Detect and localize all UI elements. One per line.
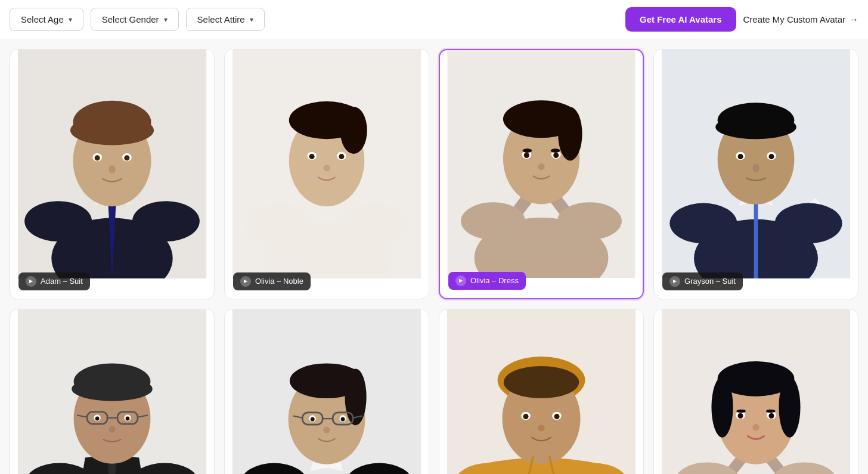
svg-point-130	[752, 424, 759, 430]
svg-point-109	[554, 414, 559, 419]
chevron-down-icon: ▾	[164, 16, 168, 24]
svg-point-78	[108, 426, 115, 432]
avatar-name: Olivia – Noble	[255, 277, 303, 286]
avatar-card-amelia-noble[interactable]: ▶Amelia – Noble	[653, 309, 858, 475]
svg-point-128	[736, 409, 746, 413]
avatar-label-olivia-dress: ▶Olivia – Dress	[448, 272, 526, 290]
avatar-label-grayson-suit: ▶Grayson – Suit	[662, 272, 743, 290]
svg-point-43	[461, 202, 525, 240]
avatar-card-olivia-dress[interactable]: ▶Olivia – Dress	[439, 49, 644, 299]
svg-point-127	[768, 413, 774, 418]
svg-point-14	[132, 201, 200, 241]
svg-point-110	[538, 425, 544, 431]
arrow-right-icon: →	[849, 14, 858, 25]
avatar-image-olivia-noble	[225, 49, 429, 299]
chevron-down-icon: ▾	[250, 16, 253, 24]
svg-point-54	[737, 154, 743, 159]
svg-point-75	[95, 416, 100, 420]
svg-point-11	[124, 155, 129, 160]
svg-point-22	[309, 154, 315, 159]
get-free-avatars-button[interactable]: Get Free AI Avatars	[625, 7, 736, 32]
svg-point-41	[551, 148, 560, 153]
avatar-card-adam-sports[interactable]: ▶Adam – Sports	[439, 309, 644, 475]
svg-point-39	[553, 153, 559, 158]
gender-dropdown[interactable]: Select Gender ▾	[91, 8, 179, 31]
toolbar: Select Age ▾ Select Gender ▾ Select Atti…	[0, 0, 868, 39]
svg-point-26	[244, 203, 314, 246]
avatar-name: Olivia – Dress	[470, 276, 519, 285]
avatar-image-amelia-noble	[654, 309, 858, 475]
svg-point-125	[737, 413, 743, 418]
play-icon: ▶	[455, 275, 466, 286]
svg-point-52	[715, 115, 796, 140]
svg-point-44	[557, 202, 622, 240]
svg-point-105	[504, 365, 579, 398]
avatar-image-olivia-dress	[440, 50, 643, 298]
svg-point-56	[768, 154, 774, 159]
avatar-card-grayson-suit[interactable]: ▶Grayson – Suit	[653, 49, 858, 299]
svg-point-9	[95, 155, 100, 160]
avatar-label-adam-suit: ▶Adam – Suit	[18, 272, 90, 290]
avatar-image-adam-suit	[10, 49, 214, 299]
avatar-grid: ▶Adam – Suit ▶Olivia – Noble	[0, 39, 868, 474]
svg-point-96	[341, 417, 345, 421]
svg-point-35	[558, 107, 582, 161]
svg-point-12	[108, 165, 115, 174]
svg-point-123	[779, 376, 800, 437]
svg-point-77	[126, 416, 130, 420]
svg-point-68	[72, 376, 153, 401]
svg-point-7	[70, 116, 154, 145]
avatar-image-hannah-teacher	[225, 309, 429, 475]
svg-point-25	[323, 165, 330, 171]
svg-point-122	[711, 376, 733, 437]
svg-point-94	[311, 417, 315, 421]
avatar-card-hannah-teacher[interactable]: ▶Hannah – Teacher	[224, 309, 429, 475]
svg-point-27	[339, 203, 408, 246]
svg-point-37	[524, 153, 529, 158]
svg-point-13	[24, 201, 92, 241]
avatar-name: Grayson – Suit	[684, 277, 736, 286]
svg-point-42	[538, 163, 544, 170]
svg-point-57	[752, 164, 759, 172]
svg-point-97	[323, 426, 330, 433]
create-custom-avatar-link[interactable]: Create My Custom Avatar →	[743, 14, 858, 25]
svg-point-24	[339, 154, 344, 159]
avatar-card-adam-suit[interactable]: ▶Adam – Suit	[10, 49, 215, 299]
svg-point-20	[340, 107, 367, 154]
avatar-image-grayson-suit	[654, 49, 858, 299]
avatar-name: Adam – Suit	[41, 277, 83, 286]
attire-dropdown[interactable]: Select Attire ▾	[186, 8, 265, 31]
avatar-image-charles-teacher	[10, 309, 214, 475]
svg-point-107	[523, 414, 528, 419]
gender-label: Select Gender	[102, 14, 159, 24]
avatar-label-olivia-noble: ▶Olivia – Noble	[233, 272, 311, 290]
svg-point-60	[775, 203, 842, 244]
age-label: Select Age	[21, 14, 64, 24]
chevron-down-icon: ▾	[69, 16, 72, 24]
svg-point-129	[766, 409, 776, 413]
play-icon: ▶	[26, 276, 36, 287]
age-dropdown[interactable]: Select Age ▾	[10, 8, 83, 31]
play-icon: ▶	[240, 276, 251, 287]
play-icon: ▶	[669, 276, 680, 287]
attire-label: Select Attire	[197, 14, 245, 24]
avatar-card-charles-teacher[interactable]: ▶Charles – Teacher	[10, 309, 215, 475]
avatar-card-olivia-noble[interactable]: ▶Olivia – Noble	[224, 49, 429, 299]
avatar-image-adam-sports	[439, 309, 643, 475]
svg-point-59	[669, 203, 737, 244]
svg-point-40	[523, 148, 532, 153]
